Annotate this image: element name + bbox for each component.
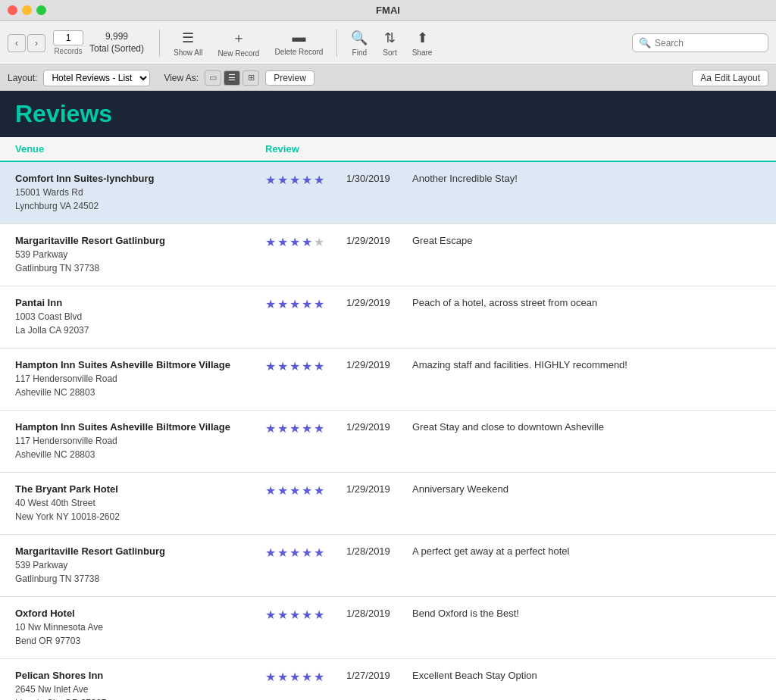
search-icon: 🔍: [639, 37, 651, 48]
new-record-button[interactable]: ＋ New Record: [211, 26, 265, 61]
star-rating: ★★★★★: [265, 608, 337, 622]
venue-address: 539 ParkwayGatlinburg TN 37738: [15, 558, 265, 586]
col-review-header: Review: [265, 143, 761, 155]
venue-cell: Pantai Inn 1003 Coast BlvdLa Jolla CA 92…: [15, 297, 265, 337]
venue-address: 40 West 40th StreetNew York NY 10018-260…: [15, 496, 265, 523]
star-filled: ★: [265, 608, 276, 622]
search-input[interactable]: [655, 38, 762, 48]
star-filled: ★: [277, 235, 288, 249]
star-filled: ★: [277, 359, 288, 373]
find-button[interactable]: 🔍 Find: [345, 27, 374, 60]
star-filled: ★: [314, 670, 324, 684]
edit-layout-icon: Aa: [700, 73, 712, 83]
edit-layout-button[interactable]: Aa Edit Layout: [692, 70, 768, 86]
table-row[interactable]: The Bryant Park Hotel 40 West 40th Stree…: [0, 473, 776, 535]
review-text: Bend Oxford is the Best!: [412, 608, 519, 619]
layout-bar: Layout: Hotel Reviews - List View As: ▭ …: [0, 65, 776, 91]
share-label: Share: [412, 48, 433, 57]
star-filled: ★: [302, 235, 312, 249]
review-text: Anniversary Weekend: [412, 483, 508, 495]
new-record-icon: ＋: [232, 29, 246, 47]
review-cell: ★★★★★ 1/29/2019 Great Stay and close to …: [265, 421, 761, 436]
review-text: Peach of a hotel, across street from oce…: [412, 297, 597, 308]
minimize-button[interactable]: [22, 5, 32, 15]
review-cell: ★★★★★ 1/29/2019 Peach of a hotel, across…: [265, 297, 761, 311]
venue-address: 15001 Wards RdLynchburg VA 24502: [15, 186, 265, 213]
review-cell: ★★★★★ 1/29/2019 Great Escape: [265, 235, 761, 249]
toolbar-divider-1: [159, 30, 160, 57]
table-row[interactable]: Comfort Inn Suites-lynchburg 15001 Wards…: [0, 162, 776, 224]
total-records-label: 9,999 Total (Sorted): [89, 31, 144, 55]
star-filled: ★: [302, 545, 312, 560]
venue-address: 2645 Nw Inlet AveLincoln City OR 97367: [15, 683, 265, 700]
table-row[interactable]: Pelican Shores Inn 2645 Nw Inlet AveLinc…: [0, 659, 776, 700]
sort-label: Sort: [383, 48, 396, 57]
star-filled: ★: [302, 359, 312, 373]
star-rating: ★★★★★: [265, 483, 337, 498]
records-list: Comfort Inn Suites-lynchburg 15001 Wards…: [0, 162, 776, 700]
share-icon: ⬆: [417, 30, 428, 46]
close-button[interactable]: [8, 5, 17, 15]
sort-icon: ⇅: [384, 30, 396, 46]
table-row[interactable]: Margaritaville Resort Gatlinburg 539 Par…: [0, 224, 776, 286]
titlebar: FMAI: [0, 0, 776, 21]
find-label: Find: [352, 48, 367, 57]
venue-name: Pantai Inn: [15, 297, 265, 308]
star-filled: ★: [277, 545, 288, 560]
venue-name: Oxford Hotel: [15, 608, 265, 619]
record-number-input[interactable]: [53, 30, 83, 45]
view-form-button[interactable]: ▭: [205, 70, 221, 86]
review-date: 1/27/2019: [346, 670, 403, 681]
star-filled: ★: [302, 608, 312, 622]
table-row[interactable]: Hampton Inn Suites Asheville Biltmore Vi…: [0, 348, 776, 411]
preview-button[interactable]: Preview: [265, 70, 314, 86]
venue-cell: Margaritaville Resort Gatlinburg 539 Par…: [15, 235, 265, 275]
share-button[interactable]: ⬆ Share: [406, 27, 439, 60]
find-icon: 🔍: [351, 30, 368, 46]
show-all-button[interactable]: ☰ Show All: [167, 27, 208, 60]
records-label: Records: [54, 47, 82, 55]
star-filled: ★: [289, 483, 300, 498]
show-all-label: Show All: [174, 48, 202, 57]
star-rating: ★★★★★: [265, 359, 337, 373]
sort-button[interactable]: ⇅ Sort: [377, 27, 402, 60]
table-row[interactable]: Margaritaville Resort Gatlinburg 539 Par…: [0, 535, 776, 597]
table-header: Venue Review: [0, 137, 776, 162]
star-filled: ★: [265, 359, 276, 373]
reviews-title: Reviews: [15, 100, 761, 128]
review-text: Great Stay and close to downtown Ashevil…: [412, 421, 604, 433]
star-filled: ★: [302, 297, 312, 311]
view-table-button[interactable]: ⊞: [242, 70, 259, 86]
review-date: 1/30/2019: [346, 173, 403, 184]
star-filled: ★: [289, 235, 300, 249]
maximize-button[interactable]: [36, 5, 46, 15]
venue-cell: Margaritaville Resort Gatlinburg 539 Par…: [15, 545, 265, 586]
view-list-button[interactable]: ☰: [224, 70, 240, 86]
star-filled: ★: [289, 359, 300, 373]
review-date: 1/28/2019: [346, 608, 403, 619]
table-row[interactable]: Oxford Hotel 10 Nw Minnesota AveBend OR …: [0, 597, 776, 659]
star-filled: ★: [277, 421, 288, 436]
venue-address: 117 Hendersonville RoadAsheville NC 2880…: [15, 372, 265, 399]
table-row[interactable]: Pantai Inn 1003 Coast BlvdLa Jolla CA 92…: [0, 286, 776, 348]
venue-cell: Comfort Inn Suites-lynchburg 15001 Wards…: [15, 173, 265, 213]
star-filled: ★: [277, 608, 288, 622]
star-filled: ★: [314, 421, 324, 436]
table-row[interactable]: Hampton Inn Suites Asheville Biltmore Vi…: [0, 411, 776, 473]
review-cell: ★★★★★ 1/29/2019 Anniversary Weekend: [265, 483, 761, 498]
star-filled: ★: [289, 670, 300, 684]
star-empty: ★: [314, 235, 324, 249]
nav-next-button[interactable]: ›: [27, 34, 45, 52]
delete-record-button[interactable]: ▬ Delete Record: [268, 27, 329, 59]
main-content: Reviews Venue Review Comfort Inn Suites-…: [0, 91, 776, 700]
edit-layout-label: Edit Layout: [715, 73, 760, 83]
venue-name: The Bryant Park Hotel: [15, 483, 265, 495]
star-filled: ★: [289, 545, 300, 560]
nav-prev-button[interactable]: ‹: [8, 34, 26, 52]
venue-name: Margaritaville Resort Gatlinburg: [15, 545, 265, 557]
star-rating: ★★★★★: [265, 670, 337, 684]
layout-select[interactable]: Hotel Reviews - List: [43, 70, 150, 86]
star-filled: ★: [289, 297, 300, 311]
reviews-header: Reviews: [0, 91, 776, 137]
venue-name: Comfort Inn Suites-lynchburg: [15, 173, 265, 184]
